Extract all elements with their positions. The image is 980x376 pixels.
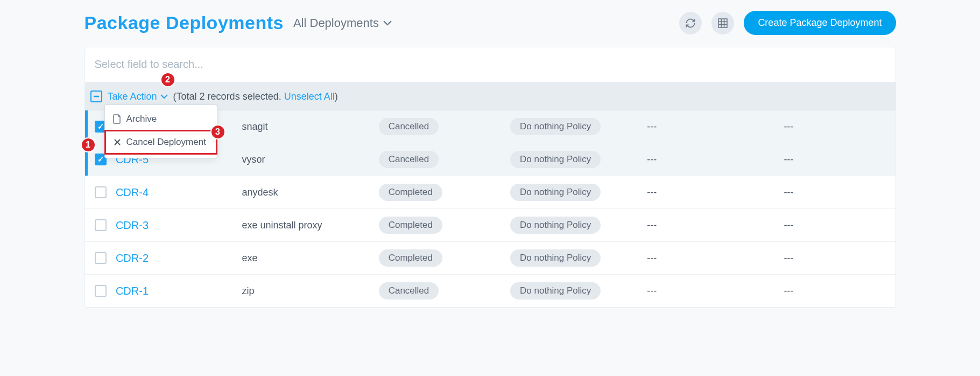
select-all-checkbox-indeterminate[interactable] xyxy=(90,90,102,102)
policy-badge: Do nothing Policy xyxy=(510,118,601,135)
minus-icon xyxy=(93,93,100,100)
column-5: --- xyxy=(647,121,779,133)
close-icon xyxy=(114,138,121,146)
page-title: Package Deployments xyxy=(84,12,284,33)
filter-dropdown[interactable]: All Deployments xyxy=(293,16,392,30)
menu-item-archive[interactable]: Archive xyxy=(105,108,217,130)
deployments-container: Take Action (Total 2 records selected. U… xyxy=(84,47,896,308)
column-6: --- xyxy=(784,286,890,297)
take-action-menu: Archive Cancel Deployment 3 xyxy=(104,105,217,158)
create-package-deployment-button[interactable]: Create Package Deployment xyxy=(744,11,896,35)
column-5: --- xyxy=(647,286,779,297)
column-6: --- xyxy=(784,220,890,231)
row-checkbox[interactable] xyxy=(95,285,107,297)
row-checkbox[interactable] xyxy=(95,219,107,231)
deployment-id-link[interactable]: CDR-2 xyxy=(116,252,238,264)
table-row[interactable]: CDR-1 zip Cancelled Do nothing Policy --… xyxy=(85,275,896,308)
status-badge: Cancelled xyxy=(379,151,439,168)
svg-rect-0 xyxy=(718,19,727,27)
policy-badge: Do nothing Policy xyxy=(510,217,601,234)
chevron-down-icon xyxy=(160,94,168,99)
status-badge: Completed xyxy=(379,217,442,234)
column-5: --- xyxy=(647,154,779,165)
table-row[interactable]: CDR-2 exe Completed Do nothing Policy --… xyxy=(85,242,896,275)
package-name: exe uninstall proxy xyxy=(242,220,374,231)
deployment-id-link[interactable]: CDR-4 xyxy=(116,186,238,199)
policy-badge: Do nothing Policy xyxy=(510,249,601,267)
row-checkbox[interactable] xyxy=(95,252,107,264)
menu-item-cancel-deployment[interactable]: Cancel Deployment xyxy=(104,130,217,155)
archive-icon xyxy=(112,114,121,124)
column-6: --- xyxy=(784,154,890,165)
package-name: snagit xyxy=(242,121,374,133)
row-checkbox[interactable] xyxy=(95,186,107,198)
chevron-down-icon xyxy=(383,20,392,26)
column-6: --- xyxy=(784,187,890,198)
status-badge: Completed xyxy=(379,249,442,267)
column-5: --- xyxy=(647,253,779,264)
bulk-action-bar: Take Action (Total 2 records selected. U… xyxy=(85,82,896,110)
table-row[interactable]: CDR-3 exe uninstall proxy Completed Do n… xyxy=(85,209,896,242)
table-row[interactable]: CDR-4 anydesk Completed Do nothing Polic… xyxy=(85,176,896,209)
column-5: --- xyxy=(647,187,779,198)
policy-badge: Do nothing Policy xyxy=(510,282,601,300)
column-6: --- xyxy=(784,121,890,133)
refresh-icon xyxy=(685,18,696,29)
column-5: --- xyxy=(647,220,779,231)
policy-badge: Do nothing Policy xyxy=(510,151,601,168)
status-badge: Cancelled xyxy=(379,118,439,135)
take-action-dropdown[interactable]: Take Action xyxy=(108,91,168,102)
package-name: exe xyxy=(242,253,374,264)
package-name: anydesk xyxy=(242,187,374,198)
policy-badge: Do nothing Policy xyxy=(510,184,601,201)
page-header: Package Deployments All Deployments Crea… xyxy=(84,11,896,35)
grid-icon xyxy=(718,18,728,28)
refresh-button[interactable] xyxy=(679,12,702,34)
callout-marker-3: 3 xyxy=(210,124,225,140)
menu-item-label: Cancel Deployment xyxy=(126,137,206,148)
column-6: --- xyxy=(784,253,890,264)
filter-label: All Deployments xyxy=(293,16,379,30)
package-name: zip xyxy=(242,286,374,297)
grid-view-button[interactable] xyxy=(711,12,734,34)
callout-marker-1: 1 xyxy=(81,137,96,152)
search-row xyxy=(85,47,896,82)
menu-item-label: Archive xyxy=(126,114,157,124)
status-badge: Cancelled xyxy=(379,282,439,300)
deployment-id-link[interactable]: CDR-3 xyxy=(116,219,238,232)
selection-summary: (Total 2 records selected. Unselect All) xyxy=(173,91,338,102)
deployment-id-link[interactable]: CDR-1 xyxy=(116,285,238,297)
package-name: vysor xyxy=(242,154,374,165)
unselect-all-link[interactable]: Unselect All xyxy=(284,91,335,102)
callout-marker-2: 2 xyxy=(160,72,175,87)
take-action-label: Take Action xyxy=(108,91,157,102)
search-input[interactable] xyxy=(95,58,886,71)
status-badge: Completed xyxy=(379,184,442,201)
